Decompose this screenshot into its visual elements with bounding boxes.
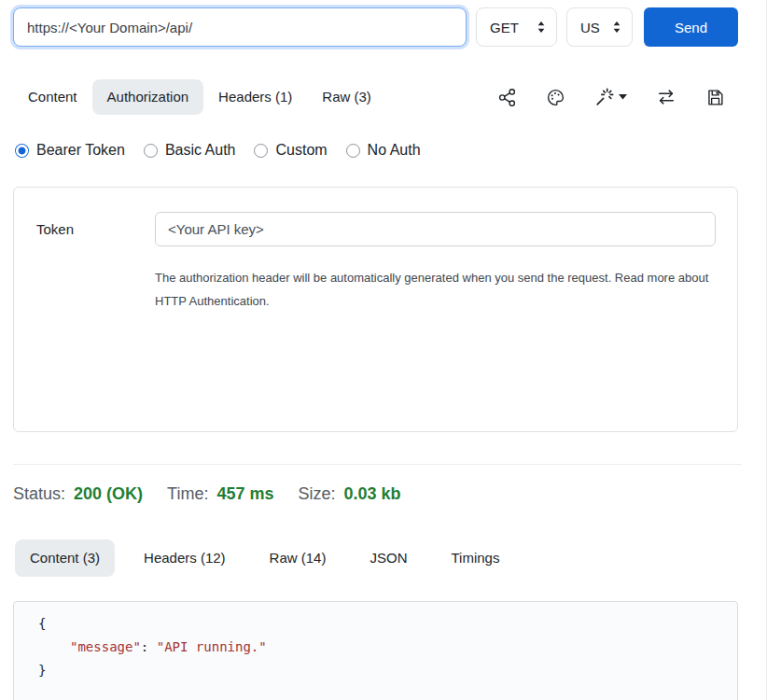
radio-label: Custom — [275, 142, 327, 159]
magic-wand-dropdown-icon[interactable] — [594, 87, 627, 107]
radio-basic-auth[interactable]: Basic Auth — [144, 142, 236, 159]
resp-tab-timings[interactable]: Timings — [436, 539, 514, 577]
url-input[interactable] — [13, 7, 467, 47]
radio-custom[interactable]: Custom — [254, 142, 327, 159]
method-select-value: GET — [490, 20, 519, 35]
request-tabs: Content Authorization Headers (1) Raw (3… — [13, 79, 738, 115]
resp-tab-headers[interactable]: Headers (12) — [129, 539, 241, 577]
response-size: Size: 0.03 kb — [298, 484, 400, 504]
method-select[interactable]: GET — [476, 7, 557, 47]
page-right-border — [766, 0, 767, 700]
radio-no-auth[interactable]: No Auth — [346, 142, 421, 159]
radio-unselected-icon — [144, 144, 158, 158]
request-bar: GET US Send — [13, 7, 738, 47]
up-down-arrows-icon — [537, 21, 546, 34]
tab-headers[interactable]: Headers (1) — [203, 79, 307, 115]
bearer-token-panel: Token The authorization header will be a… — [13, 187, 738, 432]
token-input[interactable] — [155, 212, 716, 246]
send-button[interactable]: Send — [644, 7, 738, 47]
radio-label: No Auth — [368, 142, 421, 159]
up-down-arrows-icon — [612, 21, 621, 34]
radio-unselected-icon — [254, 144, 268, 158]
json-colon: : — [141, 639, 157, 654]
response-body-code: { "message": "API running." } — [13, 601, 738, 700]
status-code: Status: 200 (OK) — [13, 484, 143, 504]
code-line: "message": "API running." — [38, 636, 718, 659]
token-label: Token — [36, 221, 155, 237]
region-select-value: US — [580, 20, 600, 35]
region-select[interactable]: US — [566, 7, 633, 47]
response-tabs: Content (3) Headers (12) Raw (14) JSON T… — [15, 539, 738, 577]
request-toolbar — [497, 87, 738, 107]
tab-content[interactable]: Content — [13, 79, 92, 115]
token-helper-text: The authorization header will be automat… — [155, 266, 715, 313]
swap-arrows-icon[interactable] — [656, 87, 676, 107]
size-label: Size: — [298, 484, 335, 504]
section-divider — [13, 464, 742, 465]
radio-bearer-token[interactable]: Bearer Token — [15, 142, 125, 159]
auth-type-options: Bearer Token Basic Auth Custom No Auth — [15, 140, 738, 161]
response-time: Time: 457 ms — [167, 484, 273, 504]
response-summary: Status: 200 (OK) Time: 457 ms Size: 0.03… — [13, 484, 738, 504]
radio-unselected-icon — [346, 144, 360, 158]
tab-authorization[interactable]: Authorization — [92, 79, 204, 115]
json-key: "message" — [70, 639, 141, 654]
resp-tab-raw[interactable]: Raw (14) — [255, 539, 342, 577]
time-label: Time: — [167, 484, 208, 504]
size-value: 0.03 kb — [344, 484, 401, 504]
palette-icon[interactable] — [546, 88, 565, 107]
radio-label: Bearer Token — [36, 142, 125, 159]
time-value: 457 ms — [216, 484, 273, 504]
status-value: 200 (OK) — [74, 484, 143, 504]
api-test-client: GET US Send Content Authorization Header… — [0, 0, 781, 700]
radio-label: Basic Auth — [165, 142, 236, 159]
code-line: } — [38, 659, 718, 682]
json-value: "API running." — [157, 639, 267, 654]
chevron-down-icon — [619, 94, 627, 100]
resp-tab-json[interactable]: JSON — [355, 539, 422, 577]
status-label: Status: — [13, 484, 65, 504]
share-icon[interactable] — [497, 88, 517, 107]
resp-tab-content[interactable]: Content (3) — [15, 539, 115, 577]
radio-selected-icon — [15, 144, 29, 158]
code-line: { — [38, 612, 718, 636]
save-icon[interactable] — [705, 88, 725, 107]
tab-raw[interactable]: Raw (3) — [307, 79, 386, 115]
